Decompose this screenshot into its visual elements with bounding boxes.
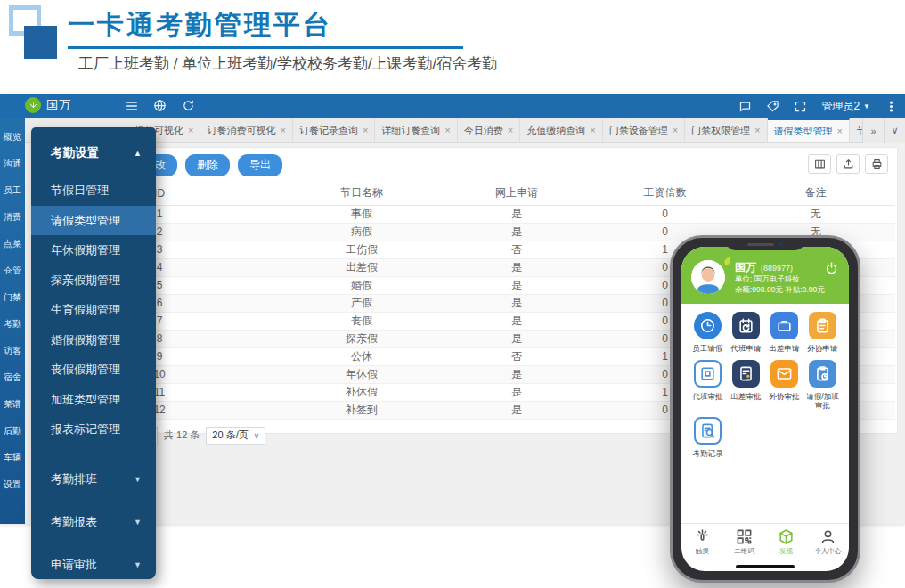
- phone-tab-touch[interactable]: 触摸: [681, 524, 723, 563]
- grid-icon[interactable]: [808, 154, 831, 174]
- menu-item[interactable]: 节假日管理: [31, 176, 156, 206]
- phone-tab-label: 发现: [779, 547, 793, 556]
- globe-icon[interactable]: [153, 99, 167, 113]
- rail-item[interactable]: 宿舍: [0, 366, 25, 393]
- phone-app-label: 员工请假: [693, 344, 723, 353]
- menu-item[interactable]: 婚假假期管理: [31, 325, 156, 355]
- menu-divider: [31, 445, 156, 458]
- refresh-icon[interactable]: [182, 99, 196, 113]
- more-icon[interactable]: [885, 100, 898, 113]
- admin-label: 管理员2: [821, 99, 860, 114]
- phone-tab-person[interactable]: 个人中心: [807, 524, 849, 563]
- rail-item[interactable]: 沟通: [0, 152, 25, 179]
- close-icon[interactable]: ×: [444, 125, 450, 135]
- clipboard-icon: [809, 312, 836, 339]
- cell-name: 产假: [284, 294, 439, 312]
- chevron-down-icon: ▼: [134, 560, 142, 569]
- menu-group[interactable]: 考勤报表▼: [31, 501, 156, 543]
- tab-item[interactable]: 请假类型管理×: [768, 118, 850, 142]
- menu-group[interactable]: 申请审批▼: [31, 543, 156, 586]
- rail-item[interactable]: 设置: [0, 473, 25, 500]
- phone-tab-bar: 触摸二维码发现个人中心: [681, 523, 849, 563]
- tag-icon[interactable]: [766, 100, 779, 113]
- docuser-icon: [732, 360, 760, 388]
- phone-app-button[interactable]: 考勤记录: [689, 417, 727, 458]
- rail-item[interactable]: 仓管: [0, 259, 25, 286]
- phone-app-button[interactable]: 请假/加班审批: [803, 360, 842, 410]
- rail-item[interactable]: 点菜: [0, 233, 25, 259]
- rail-item[interactable]: 概览: [0, 126, 25, 152]
- cell-online: 是: [439, 223, 594, 241]
- toolbar-button[interactable]: 删除: [185, 154, 230, 176]
- rail-item[interactable]: 员工: [0, 179, 25, 206]
- menu-item[interactable]: 丧假假期管理: [31, 355, 156, 385]
- tab-collapse-button[interactable]: ∨: [884, 118, 905, 143]
- chevron-down-icon: ▼: [134, 475, 142, 484]
- page-title: 一卡通考勤管理平台: [68, 7, 332, 44]
- cell-name: 补休假: [284, 383, 439, 401]
- print-icon[interactable]: [865, 154, 888, 174]
- table-toolbar: 修改删除导出: [33, 148, 897, 180]
- close-icon[interactable]: ×: [188, 125, 193, 135]
- toolbar-button[interactable]: 导出: [238, 154, 282, 176]
- hamburger-menu-icon[interactable]: [125, 99, 139, 113]
- phone-app-button[interactable]: 出差申请: [765, 312, 803, 353]
- page-size-select[interactable]: 20 条/页 ∨: [206, 427, 265, 445]
- fullscreen-icon[interactable]: [794, 100, 807, 113]
- close-icon[interactable]: ×: [280, 125, 285, 135]
- menu-item[interactable]: 探亲假期管理: [31, 265, 156, 296]
- phone-app-button[interactable]: 外协申请: [803, 312, 842, 353]
- phone-app-button[interactable]: 外协审批: [765, 360, 803, 410]
- close-icon[interactable]: ×: [590, 125, 595, 135]
- cell-online: 是: [439, 401, 594, 419]
- tab-item[interactable]: 订餐消费可视化×: [200, 118, 292, 142]
- menu-item[interactable]: 加班类型管理: [31, 385, 156, 415]
- rail-item[interactable]: 访客: [0, 339, 25, 366]
- top-navbar: 国万 管理员2 ▼: [0, 94, 905, 118]
- brand: 国万: [25, 97, 71, 113]
- phone-user-org: 单位: 国万电子科技: [735, 274, 800, 285]
- menu-header-attendance-settings[interactable]: 考勤设置 ▲: [31, 127, 156, 176]
- menu-item[interactable]: 请假类型管理: [31, 206, 156, 236]
- close-icon[interactable]: ×: [754, 125, 760, 135]
- menu-item[interactable]: 报表标记管理: [31, 414, 156, 445]
- rail-item[interactable]: 菜谱: [0, 393, 25, 420]
- cell-name: 出差假: [284, 258, 439, 276]
- menu-item[interactable]: 年休假期管理: [31, 235, 156, 265]
- export-icon[interactable]: [836, 154, 860, 174]
- table-row[interactable]: 1事假是0无: [35, 205, 895, 223]
- phone-app-button[interactable]: 员工请假: [689, 312, 727, 353]
- menu-group[interactable]: 考勤排班▼: [31, 458, 156, 501]
- phone-tab-qr[interactable]: 二维码: [723, 524, 765, 563]
- logo-filled-square: [24, 26, 57, 59]
- tab-item[interactable]: 门禁设备管理×: [603, 118, 685, 142]
- close-icon[interactable]: ×: [673, 125, 678, 135]
- tab-item[interactable]: 详细订餐查询×: [375, 118, 457, 142]
- admin-dropdown[interactable]: 管理员2 ▼: [821, 99, 870, 114]
- phone-user-header: 国万 (889977) 单位: 国万电子科技 余额:998.00元 补贴:0.0…: [681, 247, 849, 304]
- phone-tab-label: 二维码: [734, 547, 754, 556]
- phone-user-balance: 余额:998.00元 补贴:0.00元: [735, 285, 825, 296]
- close-icon[interactable]: ×: [363, 125, 368, 135]
- rail-item[interactable]: 车辆: [0, 446, 25, 473]
- chat-icon[interactable]: [738, 100, 752, 113]
- close-icon[interactable]: ×: [508, 125, 513, 135]
- rail-item[interactable]: 考勤: [0, 313, 25, 339]
- close-icon[interactable]: ×: [837, 126, 843, 136]
- tab-item[interactable]: 订餐记录查询×: [293, 118, 375, 142]
- tab-item[interactable]: 门禁权限管理×: [685, 118, 767, 142]
- power-icon[interactable]: [824, 261, 839, 276]
- tab-item[interactable]: 今日消费×: [458, 118, 520, 142]
- phone-app-button[interactable]: 代班申请: [727, 312, 765, 353]
- tab-overflow-button[interactable]: »: [862, 118, 884, 143]
- rail-item[interactable]: 消费: [0, 206, 25, 233]
- phone-notch: [726, 238, 804, 250]
- phone-app-button[interactable]: 出差审批: [727, 360, 765, 410]
- rail-item[interactable]: 后勤: [0, 420, 25, 446]
- cell-name: 公休: [284, 347, 439, 365]
- menu-item[interactable]: 生育假期管理: [31, 295, 156, 325]
- tab-item[interactable]: 充值缴纳查询×: [520, 118, 602, 142]
- rail-item[interactable]: 门禁: [0, 286, 25, 313]
- phone-app-button[interactable]: 代班审批: [689, 360, 727, 410]
- phone-tab-cube[interactable]: 发现: [765, 524, 807, 563]
